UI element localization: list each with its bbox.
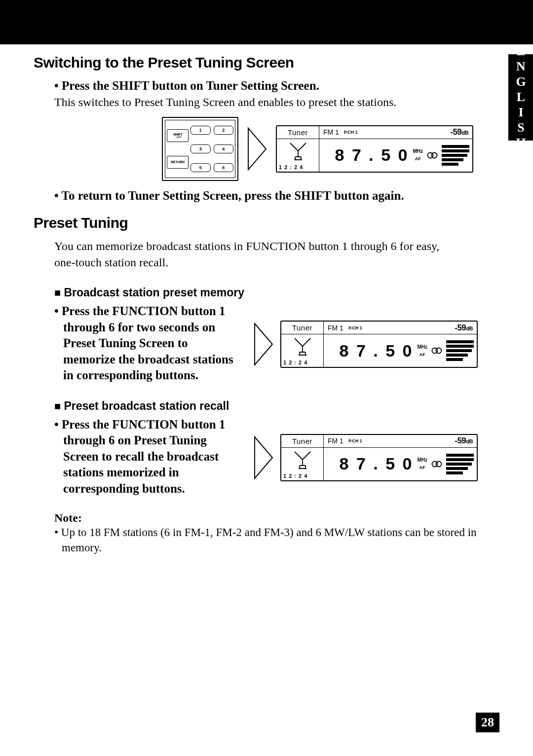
lcd-frequency-3: 8 7 . 5 0	[340, 454, 414, 473]
row-recall: Press the FUNCTION button 1 through 6 on…	[54, 417, 478, 497]
figure-row-1: SHIFT ↔ EDIT RETURN 1 2 3	[162, 117, 478, 181]
arrow-icon	[247, 124, 267, 174]
stereo-icon-3	[431, 461, 442, 468]
memory-instruction: Press the FUNCTION button 1 through 6 fo…	[54, 303, 234, 384]
freq-unit-2: MHz AF	[417, 345, 427, 357]
lcd-mode-3: Tuner	[281, 435, 323, 448]
af-label-3: AF	[419, 466, 425, 470]
num-btn-1: 1	[190, 126, 211, 135]
instruction-press-shift-again: To return to Tuner Setting Screen, press…	[54, 188, 478, 204]
antenna-icon-3	[281, 448, 323, 471]
remote-side-buttons: SHIFT ↔ EDIT RETURN	[167, 122, 189, 176]
mhz-label: MHz	[413, 149, 423, 154]
lcd-band-3: FM 1	[328, 437, 343, 445]
row-memory: Press the FUNCTION button 1 through 6 fo…	[54, 303, 478, 384]
lcd-db-val-3: -59	[455, 436, 466, 445]
lcd-band: FM 1	[323, 128, 339, 136]
svg-marker-0	[248, 128, 266, 170]
lcd-frequency: 8 7 . 5 0	[335, 145, 409, 165]
section-title-preset-tuning: Preset Tuning	[34, 215, 478, 231]
eq-bars-icon-2	[446, 340, 474, 361]
instruction-body-1: This switches to Preset Tuning Screen an…	[54, 94, 478, 110]
page-content: Switching to the Preset Tuning Screen Pr…	[34, 54, 478, 555]
lcd-pch: P.CH 1	[344, 130, 358, 135]
af-label-2: AF	[419, 353, 425, 357]
eq-bars-icon	[442, 145, 469, 166]
header-black-bar	[0, 0, 533, 44]
freq-unit-3: MHz AF	[417, 458, 427, 470]
lcd-db-2: -59dB	[455, 323, 473, 333]
preset-tuning-intro: You can memorize broadcast stations in F…	[54, 238, 459, 270]
mhz-label-2: MHz	[417, 345, 427, 350]
svg-point-2	[432, 152, 437, 158]
subsection-recall: Preset broadcast station recall	[54, 399, 478, 413]
lcd-mode: Tuner	[277, 126, 319, 139]
eq-bars-icon-3	[446, 454, 474, 474]
lcd-time-2: 1 2 : 2 4	[281, 358, 323, 367]
freq-unit: MHz AF	[413, 149, 423, 161]
lcd-time: 1 2 : 2 4	[277, 163, 319, 172]
subsection-memory: Broadcast station preset memory	[54, 286, 478, 299]
lcd-screen-1: Tuner 1 2 : 2 4 FM 1 P.CH 1 -59dB 8 7 . …	[276, 125, 473, 173]
arrow-icon-2	[254, 320, 273, 369]
instruction-press-shift: Press the SHIFT button on Tuner Setting …	[54, 78, 478, 94]
shift-button: SHIFT ↔ EDIT	[167, 129, 189, 142]
mhz-label-3: MHz	[417, 458, 427, 463]
lcd-db-unit: dB	[461, 130, 468, 136]
af-label: AF	[415, 157, 421, 161]
stereo-icon-2	[431, 347, 442, 354]
lcd-band-2: FM 1	[328, 324, 343, 332]
language-tab: ENGLISH	[508, 54, 533, 141]
num-btn-2: 2	[214, 126, 234, 135]
lcd-pch-3: P.CH 1	[348, 438, 362, 443]
num-btn-6: 6	[214, 163, 234, 172]
return-button: RETURN	[167, 156, 189, 169]
svg-marker-3	[255, 324, 272, 365]
lcd-mode-2: Tuner	[281, 322, 323, 334]
lcd-frequency-2: 8 7 . 5 0	[340, 341, 414, 360]
antenna-icon-2	[281, 334, 323, 358]
shift-sub: ↔ EDIT	[174, 136, 182, 139]
svg-point-8	[436, 461, 442, 467]
remote-panel: SHIFT ↔ EDIT RETURN 1 2 3	[162, 117, 238, 181]
stereo-icon	[427, 152, 438, 159]
lcd-db-val-2: -59	[455, 323, 466, 332]
arrow-icon-3	[254, 433, 273, 482]
num-btn-3: 3	[190, 144, 211, 153]
svg-point-5	[436, 348, 442, 354]
lcd-screen-3: Tuner 1 2 : 2 4 FM 1 P.CH 1 -59dB	[280, 434, 478, 481]
lcd-pch-2: P.CH 1	[348, 325, 362, 330]
lcd-db-unit-3: dB	[466, 438, 473, 444]
num-btn-4: 4	[214, 144, 234, 153]
note-item-1: Up to 18 FM stations (6 in FM-1, FM-2 an…	[54, 525, 478, 555]
lcd-db-3: -59dB	[455, 436, 473, 446]
antenna-icon	[277, 139, 319, 163]
lcd-screen-2: Tuner 1 2 : 2 4 FM 1 P.CH 1 -59dB	[280, 321, 478, 368]
return-label: RETURN	[171, 160, 184, 164]
language-label: ENGLISH	[513, 44, 528, 151]
num-btn-5: 5	[190, 163, 211, 172]
lcd-db: -59dB	[450, 127, 468, 137]
remote-num-buttons: 1 2 3 4 5 6	[190, 122, 233, 176]
section-title-switching: Switching to the Preset Tuning Screen	[34, 54, 478, 71]
lcd-db-val: -59	[450, 127, 461, 137]
page-number: 28	[476, 713, 499, 732]
note-label: Note:	[54, 511, 478, 525]
lcd-time-3: 1 2 : 2 4	[281, 471, 323, 480]
manual-page: ENGLISH Switching to the Preset Tuning S…	[0, 0, 533, 756]
recall-instruction: Press the FUNCTION button 1 through 6 on…	[54, 417, 234, 497]
lcd-db-unit-2: dB	[466, 325, 473, 331]
svg-marker-6	[255, 437, 272, 478]
